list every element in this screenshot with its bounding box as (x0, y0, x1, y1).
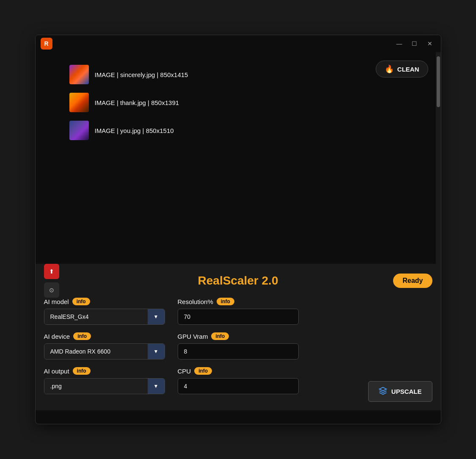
right-column: UPSCALE (311, 298, 432, 402)
ai-device-group: AI device info AMD Radeon RX 6600 ▼ (44, 332, 165, 359)
github-icon: ⊙ (49, 287, 54, 293)
upscale-label: UPSCALE (391, 388, 422, 395)
left-column: AI model info RealESR_Gx4 ▼ AI device in… (44, 298, 165, 402)
cpu-label-row: CPU info (178, 367, 299, 375)
fire-icon: 🔥 (385, 64, 394, 74)
list-item[interactable]: IMAGE | thank.jpg | 850x1391 (69, 93, 432, 112)
resolution-info-badge[interactable]: info (217, 298, 234, 305)
cpu-info-badge[interactable]: info (194, 367, 212, 375)
ai-output-group: AI output info .png ▼ (44, 367, 165, 394)
cpu-input[interactable] (178, 378, 299, 394)
ai-model-arrow[interactable]: ▼ (148, 309, 165, 324)
app-title: RealScaler 2.0 (198, 274, 278, 288)
gpu-vram-label-row: GPU Vram info (178, 332, 299, 340)
resolution-label-row: Resolution% info (178, 298, 299, 305)
upload-icon: ⬆ (49, 268, 54, 275)
file-list: IMAGE | sincerely.jpg | 850x1415 IMAGE |… (69, 65, 432, 140)
cpu-group: CPU info (178, 367, 299, 394)
file-thumbnail (69, 65, 89, 84)
svg-marker-0 (379, 387, 386, 391)
upscale-button[interactable]: UPSCALE (368, 381, 432, 402)
gpu-vram-label: GPU Vram (178, 333, 208, 340)
ai-device-label-row: AI device info (44, 332, 165, 340)
ai-output-dropdown[interactable]: .png ▼ (44, 378, 165, 394)
gpu-vram-info-badge[interactable]: info (211, 332, 229, 340)
ai-output-label-row: AI output info (44, 367, 165, 375)
ai-device-value: AMD Radeon RX 6600 (44, 344, 148, 359)
ai-model-label: AI model (44, 298, 69, 305)
ai-model-label-row: AI model info (44, 298, 165, 305)
minimize-button[interactable]: — (393, 38, 405, 50)
status-badge[interactable]: Ready (393, 274, 432, 288)
ai-model-value: RealESR_Gx4 (44, 309, 148, 324)
ai-device-dropdown[interactable]: AMD Radeon RX 6600 ▼ (44, 343, 165, 359)
sidebar-icon-github[interactable]: ⊙ (44, 282, 59, 298)
ai-output-label: AI output (44, 368, 69, 375)
file-area: 🔥 CLEAN IMAGE | sincerely.jpg | 850x1415… (36, 52, 441, 264)
bottom-header: ⬆ ⊙ RealScaler 2.0 Ready (44, 274, 432, 288)
controls-grid: AI model info RealESR_Gx4 ▼ AI device in… (44, 298, 432, 402)
ai-model-group: AI model info RealESR_Gx4 ▼ (44, 298, 165, 325)
clean-label: CLEAN (397, 66, 419, 73)
sidebar-icons: ⬆ ⊙ (44, 264, 59, 298)
titlebar-controls: — ☐ ✕ (393, 38, 436, 50)
cpu-label: CPU (178, 368, 191, 375)
ai-output-arrow[interactable]: ▼ (148, 379, 165, 394)
ai-output-value: .png (44, 379, 148, 394)
ai-model-dropdown[interactable]: RealESR_Gx4 ▼ (44, 309, 165, 325)
list-item[interactable]: IMAGE | you.jpg | 850x1510 (69, 121, 432, 140)
app-logo: R (41, 38, 52, 50)
file-thumbnail (69, 93, 89, 112)
scrollbar-thumb[interactable] (437, 56, 440, 107)
ai-output-info-badge[interactable]: info (73, 367, 91, 375)
middle-column: Resolution% info GPU Vram info CPU i (178, 298, 299, 402)
scrollbar-track[interactable] (436, 52, 441, 264)
ai-model-info-badge[interactable]: info (72, 298, 90, 305)
ai-device-arrow[interactable]: ▼ (148, 344, 165, 359)
ai-device-label: AI device (44, 333, 70, 340)
clean-button[interactable]: 🔥 CLEAN (376, 61, 428, 77)
maximize-button[interactable]: ☐ (409, 38, 421, 50)
gpu-vram-input[interactable] (178, 343, 299, 359)
close-button[interactable]: ✕ (424, 38, 436, 50)
sidebar-icon-upload[interactable]: ⬆ (44, 264, 59, 279)
resolution-label: Resolution% (178, 298, 213, 305)
titlebar-left: R (41, 38, 52, 50)
layers-icon (379, 387, 387, 396)
ai-device-info-badge[interactable]: info (73, 332, 91, 340)
file-name: IMAGE | you.jpg | 850x1510 (95, 127, 174, 134)
bottom-panel: ⬆ ⊙ RealScaler 2.0 Ready AI model info (36, 264, 441, 410)
resolution-group: Resolution% info (178, 298, 299, 325)
file-name: IMAGE | thank.jpg | 850x1391 (95, 99, 179, 106)
file-name: IMAGE | sincerely.jpg | 850x1415 (95, 71, 188, 78)
file-thumbnail (69, 121, 89, 140)
gpu-vram-group: GPU Vram info (178, 332, 299, 359)
app-window: R — ☐ ✕ 🔥 CLEAN IMAGE | sincerely.jpg | … (35, 35, 441, 424)
resolution-input[interactable] (178, 309, 299, 325)
titlebar: R — ☐ ✕ (36, 35, 441, 52)
